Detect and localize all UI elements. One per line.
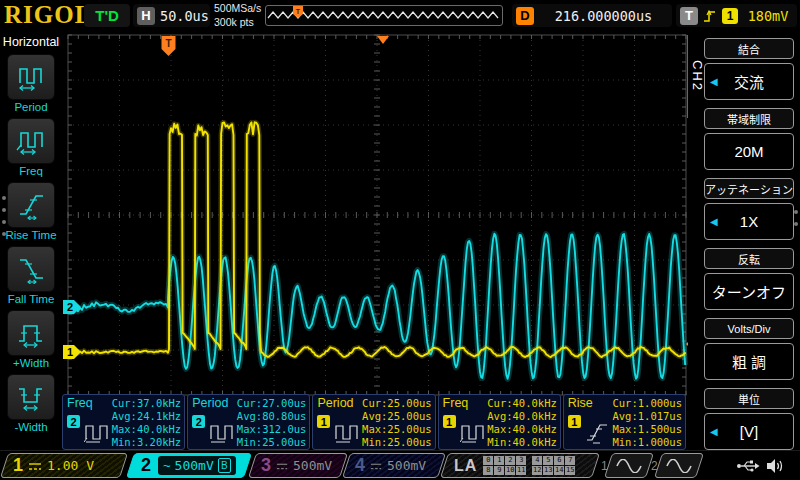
period-icon [16,62,46,92]
measurement-freq-ch1[interactable]: Freq1Cur:40.0kHzAvg:40.0kHzMax:40.0kHzMi… [438,394,561,450]
channel3-number: 3 [261,455,271,476]
page-dot [794,222,798,226]
rising-edge-icon [703,8,717,24]
menu-button-invert[interactable]: ターンオフ [704,273,794,310]
measurement-values: Cur:40.0kHzAvg:40.0kHzMax:40.0kHzMin:40.… [487,397,557,449]
left-menu-item-fall-time: Fall Time [0,246,62,305]
left-menu-item-freq: Freq [0,118,62,177]
measurement-channel-badge: 1 [443,415,456,428]
markers: TT21 [63,35,701,359]
dc-coupling-icon [370,461,382,471]
menu-group-volts-div: Volts/Div粗 調 [704,318,794,380]
digital-channel-9: 9 [494,466,504,475]
channel1-tab[interactable]: 1 1.00 V [0,453,128,478]
menu-title-attenuation: アッテネーション [704,178,794,199]
rise-icon [585,421,610,445]
left-menu-button-fall-time[interactable] [7,246,55,292]
measurement-period-ch1[interactable]: Period1Cur:25.00usAvg:25.00usMax:25.00us… [312,394,435,450]
left-menu-label-freq: Freq [0,165,62,177]
digital-channel-grid: 0123456789101112131415 [483,456,575,475]
trigger-position-marker[interactable] [162,36,176,56]
delay-position-marker [377,36,389,44]
measurement-channel-badge: 2 [192,415,205,428]
menu-group-bandwidth-limit: 帯域制限20M [704,108,794,170]
measurement-values: Cur:1.000usAvg:1.017usMax:1.500usMin:1.0… [612,397,682,449]
measurement-values: Cur:37.0kHzAvg:24.1kHzMax:40.0kHzMin:3.2… [112,397,182,449]
pos-width-icon [16,318,46,348]
top-status-bar: RIGOL T'D H 50.0us 500MSa/s 300k pts T D… [0,0,800,32]
horizontal-scale-box: H 50.0us [133,4,210,27]
left-menu-button-period[interactable] [7,54,55,100]
menu-button-attenuation[interactable]: ◀1X [704,203,794,240]
left-menu-title: Horizontal [0,32,62,54]
channel-menu-tab: CH2 [690,60,705,92]
left-menu-item-neg-width: -Width [0,374,62,433]
ch2-trace [68,234,685,379]
menu-title-coupling: 結合 [704,38,794,59]
source1-button[interactable] [604,453,654,478]
trigger-level-value: 180mV [743,8,793,24]
sample-rate-readout: 500MSa/s 300k pts [214,2,261,29]
ch1-trace-glow [68,122,686,357]
fall-icon [16,254,46,284]
measurement-label: Period [317,396,353,410]
menu-button-unit[interactable]: ◀[V] [704,413,794,450]
sine-icon [616,459,642,473]
digital-channel-3: 3 [516,456,526,465]
channel3-tab[interactable]: 3 500mV [248,453,348,478]
menu-group-unit: 単位◀[V] [704,388,794,450]
source2-button[interactable] [654,453,704,478]
measurement-period-ch2[interactable]: Period2Cur:27.00usAvg:80.80usMax:312.0us… [187,394,310,450]
measurement-label: Period [192,396,228,410]
memory-preview-strip: T [265,5,503,26]
measurement-rise-ch1[interactable]: Rise1Cur:1.000usAvg:1.017usMax:1.500usMi… [563,394,686,450]
measurement-label: Rise [568,396,593,410]
left-menu-button-pos-width[interactable] [7,310,55,356]
sine-icon [666,459,692,473]
menu-title-invert: 反転 [704,248,794,269]
channel4-tab[interactable]: 4 500mV [342,453,446,478]
menu-button-bandwidth-limit[interactable]: 20M [704,133,794,170]
selector-triangle-icon: ◀ [710,76,718,87]
sample-rate: 500MSa/s [214,2,261,16]
channel1-position-marker[interactable] [63,345,81,359]
svg-text:T: T [165,38,171,49]
trigger-readout-box: T 1 180mV [676,4,797,27]
memory-preview-wave: T [266,6,500,23]
menu-button-volts-div[interactable]: 粗 調 [704,343,794,380]
usb-icon [736,458,760,474]
digital-channel-8: 8 [483,466,493,475]
measurement-freq-ch2[interactable]: Freq2Cur:37.0kHzAvg:24.1kHzMax:40.0kHzMi… [62,394,185,450]
speaker-icon [766,458,785,474]
menu-title-volts-div: Volts/Div [704,318,794,339]
period-icon [334,421,359,445]
page-dot [794,210,798,214]
left-menu-button-rise-time[interactable] [7,182,55,228]
measurement-channel-badge: 2 [67,415,80,428]
page-dot [2,208,6,212]
neg-width-icon [16,382,46,412]
strip-trigger-marker: T [293,6,303,18]
left-menu-button-neg-width[interactable] [7,374,55,420]
trigger-status-badge: T'D [84,4,130,27]
channel2-tab[interactable]: 2 ~ 500mV B [126,453,252,478]
ac-coupling-icon: ~ [163,458,171,473]
la-label: LA [454,457,477,475]
right-channel-menu: CH2 結合◀交流帯域制限20Mアッテネーション◀1X反転ターンオフVolts/… [688,32,800,450]
left-measure-menu: Horizontal PeriodFreqRise TimeFall Time+… [0,32,62,450]
logic-analyzer-tab[interactable]: LA 0123456789101112131415 [440,453,600,478]
left-menu-button-freq[interactable] [7,118,55,164]
measurement-bar: Freq2Cur:37.0kHzAvg:24.1kHzMax:40.0kHzMi… [62,394,686,450]
channel2-position-marker[interactable] [63,300,81,314]
digital-channel-10: 10 [505,466,515,475]
rigol-logo: RIGOL [4,1,92,29]
digital-channel-4: 4 [532,456,542,465]
svg-text:2: 2 [67,301,73,313]
digital-channel-1: 1 [494,456,504,465]
timebase-value: 50.0us [160,8,209,24]
digital-channel-15: 15 [565,466,575,475]
freq-icon [84,421,109,445]
menu-button-coupling[interactable]: ◀交流 [704,63,794,100]
graticule [68,35,686,395]
menu-group-attenuation: アッテネーション◀1X [704,178,794,240]
